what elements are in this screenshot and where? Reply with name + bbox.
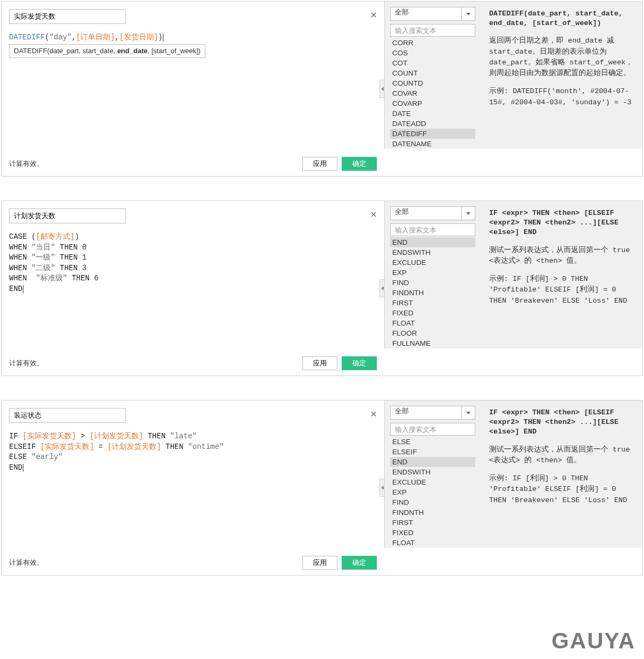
doc-description: 返回两个日期之差，即 end_date 减 start_date。日期差的表示单… bbox=[489, 36, 634, 79]
doc-signature: IF <expr> THEN <then> [ELSEIF <expr2> TH… bbox=[489, 208, 634, 238]
ok-button[interactable]: 确定 bbox=[342, 356, 377, 370]
function-item[interactable]: END bbox=[390, 457, 475, 467]
category-select[interactable]: 全部 bbox=[390, 406, 475, 420]
function-item[interactable]: EXCLUDE bbox=[390, 257, 475, 268]
category-dropdown-button[interactable] bbox=[461, 206, 475, 220]
category-select[interactable]: 全部 bbox=[390, 7, 475, 21]
function-list[interactable]: ELSEELSEIFENDENDSWITHEXCLUDEEXPFINDFINDN… bbox=[390, 437, 475, 548]
function-list[interactable]: ENDENDSWITHEXCLUDEEXPFINDFINDNTHFIRSTFIX… bbox=[390, 237, 475, 348]
category-value: 全部 bbox=[390, 7, 461, 21]
function-item[interactable]: ELSEIF bbox=[390, 447, 475, 457]
function-item[interactable]: COVAR bbox=[390, 88, 475, 98]
calc-name-input[interactable] bbox=[9, 9, 126, 24]
doc-example: 示例: IF [利润] > 0 THEN 'Profitable' ELSEIF… bbox=[489, 473, 634, 506]
close-icon[interactable]: × bbox=[370, 208, 377, 220]
ok-button[interactable]: 确定 bbox=[342, 556, 377, 570]
doc-description: 测试一系列表达式，从而返回第一个 true <表达式> 的 <then> 值。 bbox=[489, 245, 634, 267]
function-panel: 全部 ELSEELSEIFENDENDSWITHEXCLUDEEXPFINDFI… bbox=[384, 401, 642, 548]
status-text: 计算有效。 bbox=[9, 358, 298, 368]
chevron-left-icon bbox=[381, 286, 384, 290]
function-search-input[interactable] bbox=[390, 223, 475, 236]
calc-editor-dialog: × IF [实际发货天数] > [计划发货天数] THEN "late" ELS… bbox=[1, 400, 643, 575]
function-item[interactable]: FLOAT bbox=[390, 318, 475, 328]
function-item[interactable]: EXP bbox=[390, 268, 475, 278]
function-list-column: 全部 CORRCOSCOTCOUNTCOUNTDCOVARCOVARPDATED… bbox=[385, 2, 481, 149]
function-item[interactable]: END bbox=[390, 237, 475, 247]
function-item[interactable]: FIRST bbox=[390, 298, 475, 308]
doc-example: 示例: IF [利润] > 0 THEN 'Profitable' ELSEIF… bbox=[489, 274, 634, 306]
calc-name-input[interactable] bbox=[9, 208, 126, 223]
function-item[interactable]: FIXED bbox=[390, 308, 475, 318]
function-item[interactable]: EXP bbox=[390, 487, 475, 497]
function-list[interactable]: CORRCOSCOTCOUNTCOUNTDCOVARCOVARPDATEDATE… bbox=[390, 38, 475, 149]
function-item[interactable]: DATE bbox=[390, 109, 475, 119]
function-list-column: 全部 ELSEELSEIFENDENDSWITHEXCLUDEEXPFINDFI… bbox=[385, 401, 481, 548]
category-select[interactable]: 全部 bbox=[390, 206, 475, 220]
function-item[interactable]: FIND bbox=[390, 497, 475, 507]
function-item[interactable]: FIRST bbox=[390, 518, 475, 528]
category-value: 全部 bbox=[390, 406, 461, 420]
function-item[interactable]: COS bbox=[390, 48, 475, 58]
function-item[interactable]: FULLNAME bbox=[390, 338, 475, 348]
function-item[interactable]: FINDNTH bbox=[390, 288, 475, 298]
apply-button[interactable]: 应用 bbox=[302, 157, 337, 171]
function-item[interactable]: ENDSWITH bbox=[390, 467, 475, 477]
function-item[interactable]: DATENAME bbox=[390, 139, 475, 149]
calc-editor-dialog: × DATEDIFF("day",[订单日期],[发货日期])DATEDIFF(… bbox=[1, 1, 643, 177]
close-icon[interactable]: × bbox=[370, 408, 377, 420]
doc-signature: IF <expr> THEN <then> [ELSEIF <expr2> TH… bbox=[489, 408, 634, 437]
function-item[interactable]: DATEDIFF bbox=[390, 129, 475, 139]
function-panel: 全部 CORRCOSCOTCOUNTCOUNTDCOVARCOVARPDATED… bbox=[384, 2, 642, 149]
function-list-column: 全部 ENDENDSWITHEXCLUDEEXPFINDFINDNTHFIRST… bbox=[385, 201, 481, 348]
apply-button[interactable]: 应用 bbox=[302, 356, 337, 370]
function-item[interactable]: FINDNTH bbox=[390, 507, 475, 518]
close-icon[interactable]: × bbox=[370, 9, 377, 21]
chevron-down-icon bbox=[466, 13, 470, 15]
chevron-down-icon bbox=[466, 212, 470, 215]
collapse-handle[interactable] bbox=[379, 279, 384, 297]
ok-button[interactable]: 确定 bbox=[342, 157, 377, 171]
status-text: 计算有效。 bbox=[9, 159, 298, 169]
function-item[interactable]: CORR bbox=[390, 38, 475, 48]
formula-editor[interactable]: DATEDIFF("day",[订单日期],[发货日期])DATEDIFF(da… bbox=[9, 32, 377, 153]
function-search-input[interactable] bbox=[390, 423, 475, 436]
doc-description: 测试一系列表达式，从而返回第一个 true <表达式> 的 <then> 值。 bbox=[489, 445, 634, 466]
category-value: 全部 bbox=[390, 206, 461, 220]
function-item[interactable]: COUNTD bbox=[390, 78, 475, 88]
function-item[interactable]: FLOAT bbox=[390, 538, 475, 548]
function-doc: DATEDIFF(date_part, start_date, end_date… bbox=[481, 2, 642, 149]
function-doc: IF <expr> THEN <then> [ELSEIF <expr2> TH… bbox=[481, 401, 642, 548]
apply-button[interactable]: 应用 bbox=[302, 556, 337, 570]
category-dropdown-button[interactable] bbox=[461, 7, 475, 21]
collapse-handle[interactable] bbox=[379, 80, 384, 98]
function-search-input[interactable] bbox=[390, 24, 475, 37]
function-panel: 全部 ENDENDSWITHEXCLUDEEXPFINDFINDNTHFIRST… bbox=[384, 201, 642, 348]
calc-editor-dialog: × CASE ([邮寄方式]) WHEN "当日" THEN 0 WHEN "一… bbox=[1, 201, 643, 376]
editor-left-pane: × IF [实际发货天数] > [计划发货天数] THEN "late" ELS… bbox=[2, 401, 384, 575]
function-item[interactable]: EXCLUDE bbox=[390, 477, 475, 487]
function-item[interactable]: COT bbox=[390, 58, 475, 68]
editor-footer: 计算有效。 应用 确定 bbox=[9, 556, 377, 570]
function-doc: IF <expr> THEN <then> [ELSEIF <expr2> TH… bbox=[481, 201, 642, 348]
editor-left-pane: × DATEDIFF("day",[订单日期],[发货日期])DATEDIFF(… bbox=[2, 2, 384, 176]
function-item[interactable]: ELSE bbox=[390, 437, 475, 447]
doc-signature: DATEDIFF(date_part, start_date, end_date… bbox=[489, 9, 634, 28]
editor-left-pane: × CASE ([邮寄方式]) WHEN "当日" THEN 0 WHEN "一… bbox=[2, 201, 384, 376]
formula-tooltip: DATEDIFF(date_part, start_date, end_date… bbox=[9, 44, 205, 58]
formula-editor[interactable]: IF [实际发货天数] > [计划发货天数] THEN "late" ELSEI… bbox=[9, 431, 377, 552]
function-item[interactable]: FIND bbox=[390, 278, 475, 288]
category-dropdown-button[interactable] bbox=[461, 406, 475, 420]
function-item[interactable]: COVARP bbox=[390, 98, 475, 109]
function-item[interactable]: FLOOR bbox=[390, 328, 475, 338]
chevron-left-icon bbox=[381, 87, 384, 91]
function-item[interactable]: ENDSWITH bbox=[390, 247, 475, 257]
calc-name-input[interactable] bbox=[9, 408, 126, 423]
formula-editor[interactable]: CASE ([邮寄方式]) WHEN "当日" THEN 0 WHEN "一级"… bbox=[9, 232, 377, 352]
doc-example: 示例: DATEDIFF('month', #2004-07-15#, #200… bbox=[489, 86, 634, 108]
collapse-handle[interactable] bbox=[379, 479, 384, 497]
editor-footer: 计算有效。 应用 确定 bbox=[9, 356, 377, 370]
function-item[interactable]: DATEADD bbox=[390, 119, 475, 129]
function-item[interactable]: FIXED bbox=[390, 528, 475, 538]
function-item[interactable]: COUNT bbox=[390, 68, 475, 78]
chevron-left-icon bbox=[381, 486, 384, 490]
